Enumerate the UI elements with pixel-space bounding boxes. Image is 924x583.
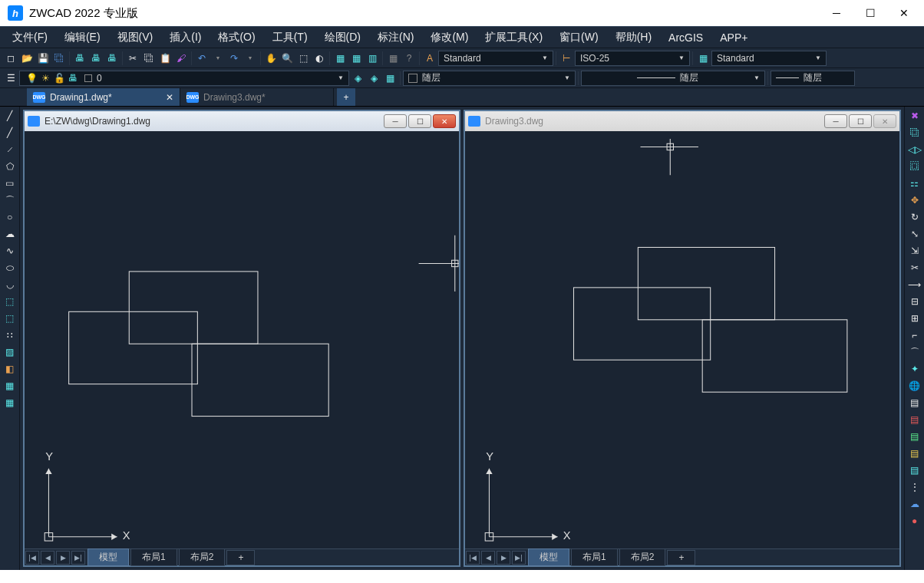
tab-layout2[interactable]: 布局2 (619, 548, 666, 566)
rotate-icon[interactable]: ↻ (906, 209, 923, 225)
tab-model[interactable]: 模型 (87, 548, 129, 566)
cloud-sync-icon[interactable]: ☁ (906, 496, 923, 512)
offset-icon[interactable]: ⿴ (906, 159, 923, 174)
menu-view[interactable]: 视图(V) (110, 28, 161, 48)
scroll-prev-icon[interactable]: ◀ (481, 551, 495, 565)
earth-icon[interactable]: 🌐 (906, 378, 923, 394)
xline-icon[interactable]: ╱ (2, 125, 18, 140)
ellipse-icon[interactable]: ⬭ (2, 260, 18, 275)
erase-icon[interactable]: ✖ (906, 108, 923, 124)
tab-add[interactable]: + (226, 550, 255, 565)
doctab-close-icon[interactable]: ✕ (166, 92, 173, 103)
polyline-icon[interactable]: ⟋ (2, 142, 18, 157)
region-icon[interactable]: ▦ (2, 378, 18, 394)
menu-help[interactable]: 帮助(H) (608, 28, 659, 48)
doctab-add-button[interactable]: + (337, 88, 355, 106)
copy-icon[interactable]: ⿻ (141, 51, 157, 66)
drawing-maximize-button[interactable]: ☐ (408, 114, 431, 128)
linetype-combo[interactable]: 随层▼ (581, 71, 765, 86)
gradient-icon[interactable]: ◧ (2, 361, 18, 377)
new-icon[interactable]: ◻ (3, 51, 18, 66)
drawing-titlebar[interactable]: Drawing3.dwg ─ ☐ ✕ (465, 111, 899, 131)
scroll-last-icon[interactable]: ▶| (71, 551, 85, 565)
insert-block-icon[interactable]: ⬚ (2, 294, 18, 309)
drawing-minimize-button[interactable]: ─ (824, 114, 847, 128)
menu-tools[interactable]: 工具(T) (265, 28, 315, 48)
menu-window[interactable]: 窗口(W) (552, 28, 606, 48)
tab-add[interactable]: + (667, 550, 695, 565)
scroll-prev-icon[interactable]: ◀ (41, 551, 54, 565)
more-icon[interactable]: ⋮ (906, 479, 923, 495)
lineweight-combo[interactable]: 随层 (771, 71, 855, 86)
circle-icon[interactable]: ○ (2, 209, 18, 225)
trim-icon[interactable]: ✂ (906, 260, 923, 275)
tab-layout1[interactable]: 布局1 (571, 548, 618, 566)
color-combo[interactable]: 随层▼ (403, 71, 576, 86)
fillet-icon[interactable]: ⌒ (906, 344, 923, 360)
layer-freeze-icon[interactable]: ▤ (906, 446, 923, 461)
line-icon[interactable]: ╱ (2, 108, 18, 124)
pan-icon[interactable]: ✋ (263, 51, 279, 66)
move-icon[interactable]: ✥ (906, 193, 923, 208)
rectangle-icon[interactable]: ▭ (2, 176, 18, 191)
textstyle-icon[interactable]: A (422, 51, 437, 66)
spline-icon[interactable]: ∿ (2, 243, 18, 259)
arc-icon[interactable]: ⌒ (2, 193, 18, 208)
undo-icon[interactable]: ↶ (194, 51, 210, 66)
zoom-prev-icon[interactable]: ◐ (312, 51, 327, 66)
hatch-icon[interactable]: ▨ (2, 344, 18, 360)
layer-iso-icon[interactable]: ▦ (382, 71, 398, 86)
menu-dimension[interactable]: 标注(N) (370, 28, 421, 48)
doctab-drawing1[interactable]: DWG Drawing1.dwg* ✕ (27, 88, 180, 106)
drawing-close-button[interactable]: ✕ (873, 114, 896, 128)
saveall-icon[interactable]: ⿻ (51, 51, 67, 66)
array-icon[interactable]: ⚏ (906, 176, 923, 191)
point-icon[interactable]: ∷ (2, 328, 18, 343)
layer-icon[interactable]: ▤ (906, 395, 923, 410)
menu-insert[interactable]: 插入(I) (162, 28, 209, 48)
properties-icon[interactable]: ▦ (332, 51, 348, 66)
drawing-canvas[interactable]: X Y (25, 131, 459, 548)
polygon-icon[interactable]: ⬠ (2, 159, 18, 174)
matchprop-icon[interactable]: 🖌 (173, 51, 189, 66)
copy-obj-icon[interactable]: ⿻ (906, 125, 923, 140)
join-icon[interactable]: ⊞ (906, 311, 923, 326)
design-center-icon[interactable]: ▦ (348, 51, 364, 66)
menu-edit[interactable]: 编辑(E) (57, 28, 108, 48)
menu-draw[interactable]: 绘图(D) (317, 28, 368, 48)
table-icon[interactable]: ▦ (2, 395, 18, 410)
publish-icon[interactable]: 🖶 (104, 51, 120, 66)
close-button[interactable]: ✕ (887, 2, 921, 25)
dimstyle-icon[interactable]: ⊢ (559, 51, 574, 66)
scroll-first-icon[interactable]: |◀ (25, 551, 39, 565)
save-icon[interactable]: 💾 (35, 51, 51, 66)
layer-on-icon[interactable]: ▤ (906, 429, 923, 444)
minimize-button[interactable]: ─ (820, 2, 853, 25)
menu-app[interactable]: APP+ (712, 28, 755, 47)
zoom-icon[interactable]: 🔍 (279, 51, 295, 66)
drawing-minimize-button[interactable]: ─ (384, 114, 407, 128)
explode-icon[interactable]: ✦ (906, 361, 923, 377)
menu-modify[interactable]: 修改(M) (423, 28, 476, 48)
print-icon[interactable]: 🖶 (72, 51, 87, 66)
scroll-next-icon[interactable]: ▶ (56, 551, 70, 565)
help-icon[interactable]: ? (401, 51, 417, 66)
mirror-icon[interactable]: ◁▷ (906, 142, 923, 157)
doctab-drawing3[interactable]: DWG Drawing3.dwg* (180, 88, 334, 106)
tab-model[interactable]: 模型 (528, 548, 569, 566)
cut-icon[interactable]: ✂ (125, 51, 140, 66)
chamfer-icon[interactable]: ⌐ (906, 328, 923, 343)
break-icon[interactable]: ⊟ (906, 294, 923, 309)
zoom-window-icon[interactable]: ⬚ (295, 51, 311, 66)
record-icon[interactable]: ● (906, 513, 923, 529)
scroll-next-icon[interactable]: ▶ (497, 551, 510, 565)
paste-icon[interactable]: 📋 (157, 51, 173, 66)
calc-icon[interactable]: ▦ (385, 51, 401, 66)
layer-thaw-icon[interactable]: ▤ (906, 463, 923, 478)
tablestyle-icon[interactable]: ▦ (695, 51, 711, 66)
drawing-close-button[interactable]: ✕ (433, 114, 456, 128)
drawing-maximize-button[interactable]: ☐ (849, 114, 872, 128)
layer-state-icon[interactable]: ◈ (366, 71, 381, 86)
drawing-canvas[interactable]: X Y (465, 131, 899, 548)
make-block-icon[interactable]: ⬚ (2, 311, 18, 326)
